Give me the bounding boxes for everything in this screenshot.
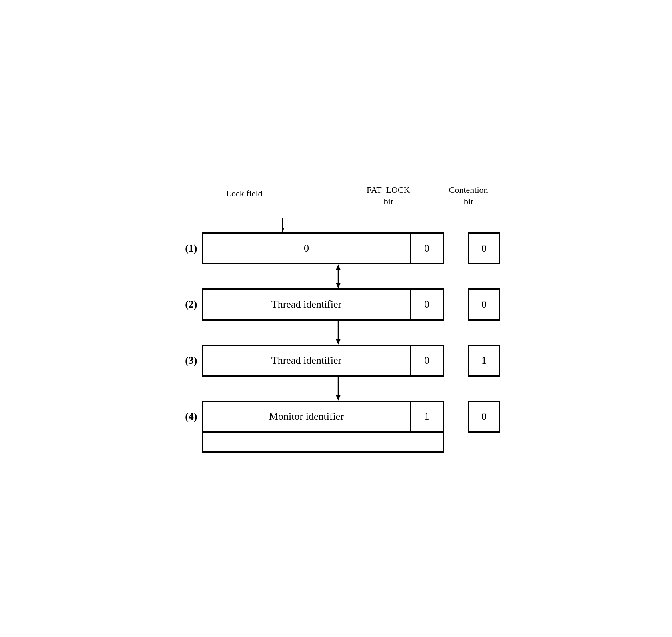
row-3-fat-bit: 0 [411, 346, 443, 375]
row-3-contention: 1 [468, 345, 500, 377]
row-4-box: Monitor identifier 1 [202, 401, 444, 433]
arrow-2-3 [172, 321, 500, 345]
svg-marker-1 [282, 228, 285, 232]
down-arrow-svg-2 [332, 377, 344, 401]
row-3-content: Thread identifier [203, 346, 411, 375]
svg-marker-8 [336, 395, 341, 401]
row-4-label: (4) [172, 411, 202, 423]
row-2-content: Thread identifier [203, 290, 411, 319]
row-3-label: (3) [172, 355, 202, 367]
row-3: (3) Thread identifier 0 1 [172, 345, 500, 377]
row-2: (2) Thread identifier 0 0 [172, 288, 500, 321]
down-arrow-svg-1 [332, 321, 344, 345]
row-2-fat-bit: 0 [411, 290, 443, 319]
row-2-box: Thread identifier 0 [202, 288, 444, 321]
svg-marker-2 [336, 264, 341, 270]
row-4-content: Monitor identifier [203, 402, 411, 431]
arrow-1-2 [172, 264, 500, 288]
arrow-3-4 [172, 377, 500, 401]
double-arrow-svg [332, 264, 344, 288]
svg-marker-3 [336, 283, 341, 288]
row-1-label: (1) [172, 242, 202, 254]
row-3-box: Thread identifier 0 [202, 345, 444, 377]
row-1-contention: 0 [468, 232, 500, 264]
row-2-label: (2) [172, 298, 202, 310]
row-2-contention: 0 [468, 288, 500, 321]
row-4: (4) Monitor identifier 1 0 [172, 401, 500, 433]
row-1: (1) 0 0 0 [172, 232, 500, 264]
svg-marker-6 [336, 339, 341, 345]
diagram-container: Lock field FAT_LOCKbit Contentionbit (1)… [156, 160, 516, 477]
row-1-box: 0 0 [202, 232, 444, 264]
contention-label: Contentionbit [449, 184, 488, 207]
lock-field-label: Lock field [226, 188, 263, 199]
fat-lock-label: FAT_LOCKbit [367, 184, 410, 207]
row-4-contention: 0 [468, 401, 500, 433]
row-1-content: 0 [203, 234, 411, 263]
top-arrow [282, 216, 402, 232]
row-4-fat-bit: 1 [411, 402, 443, 431]
row-1-fat-bit: 0 [411, 234, 443, 263]
